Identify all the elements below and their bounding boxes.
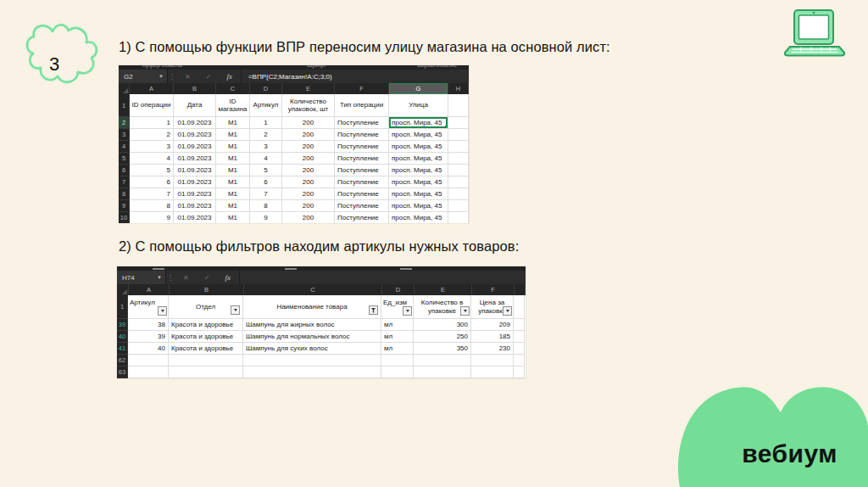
- cell[interactable]: 01.09.2023: [174, 117, 216, 129]
- cell[interactable]: Поступление: [335, 188, 389, 200]
- cell[interactable]: просп. Мира, 45: [389, 165, 448, 176]
- cell[interactable]: 200: [282, 129, 335, 141]
- cell[interactable]: [514, 319, 525, 331]
- cell[interactable]: [128, 355, 169, 367]
- cell[interactable]: [514, 343, 525, 355]
- cell[interactable]: 230: [471, 343, 514, 355]
- cell[interactable]: 200: [282, 188, 335, 200]
- cell[interactable]: мл: [381, 319, 414, 331]
- filter-active-button[interactable]: [369, 305, 378, 315]
- chevron-down-icon[interactable]: ▼: [157, 275, 162, 280]
- formula-input[interactable]: [240, 271, 526, 284]
- row-number[interactable]: 1: [119, 94, 130, 117]
- cell[interactable]: [448, 141, 469, 153]
- column-header[interactable]: B: [170, 284, 244, 295]
- cell[interactable]: [514, 367, 525, 378]
- row-number-filtered[interactable]: 39: [117, 319, 128, 331]
- cell[interactable]: 01.09.2023: [174, 200, 216, 212]
- header-cell[interactable]: Цена за упаковку: [471, 295, 514, 319]
- cell[interactable]: Шампунь для жирных волос: [243, 319, 381, 331]
- row-number-filtered[interactable]: 41: [117, 343, 128, 355]
- row-number-filtered[interactable]: 40: [117, 331, 128, 343]
- header-cell[interactable]: Количество в упаковке: [414, 295, 471, 319]
- cell[interactable]: 4: [250, 153, 282, 165]
- cell[interactable]: 8: [250, 200, 282, 212]
- cell[interactable]: М1: [216, 188, 250, 200]
- cell[interactable]: просп. Мира, 45: [389, 176, 448, 188]
- cell[interactable]: [381, 367, 414, 378]
- cell[interactable]: Поступление: [335, 129, 389, 141]
- cell[interactable]: 38: [128, 319, 169, 331]
- cell[interactable]: просп. Мира, 45: [389, 153, 448, 165]
- header-cell[interactable]: Артикул: [250, 94, 282, 117]
- row-number[interactable]: 63: [117, 367, 128, 378]
- cell[interactable]: Поступление: [335, 117, 389, 129]
- cell[interactable]: 3: [250, 141, 282, 153]
- filter-dropdown-button[interactable]: [403, 306, 412, 316]
- cell[interactable]: [448, 117, 469, 129]
- row-number[interactable]: 2: [119, 117, 130, 129]
- cell[interactable]: Красота и здоровье: [169, 331, 243, 343]
- header-cell[interactable]: [448, 94, 469, 117]
- cell[interactable]: М1: [216, 141, 250, 153]
- cell[interactable]: [448, 129, 469, 141]
- cell[interactable]: 200: [282, 165, 335, 176]
- cell[interactable]: Поступление: [335, 153, 389, 165]
- cell[interactable]: М1: [216, 165, 250, 176]
- cell[interactable]: [381, 355, 414, 367]
- cell[interactable]: 01.09.2023: [174, 129, 216, 141]
- name-box[interactable]: G2 ▼: [119, 70, 168, 83]
- cell[interactable]: [448, 165, 469, 176]
- column-header-selected[interactable]: G: [389, 83, 448, 94]
- cell[interactable]: 01.09.2023: [174, 176, 216, 188]
- cell[interactable]: 6: [250, 176, 282, 188]
- cell[interactable]: М1: [216, 153, 250, 165]
- cell[interactable]: М1: [216, 117, 250, 129]
- cell[interactable]: 350: [414, 343, 471, 355]
- cell[interactable]: 40: [128, 343, 169, 355]
- row-number[interactable]: 1: [117, 295, 128, 319]
- cell[interactable]: 01.09.2023: [174, 188, 216, 200]
- cell[interactable]: М1: [216, 200, 250, 212]
- cell[interactable]: [128, 367, 169, 378]
- cancel-icon[interactable]: ✕: [183, 274, 189, 282]
- cell[interactable]: 5: [130, 165, 174, 176]
- cell[interactable]: [243, 367, 381, 378]
- header-cell[interactable]: Отдел: [169, 295, 243, 319]
- cell[interactable]: мл: [381, 331, 414, 343]
- insert-function-icon[interactable]: fx: [226, 72, 232, 81]
- cell[interactable]: М1: [216, 176, 250, 188]
- chevron-down-icon[interactable]: ▼: [159, 74, 164, 79]
- filter-dropdown-button[interactable]: [460, 306, 470, 316]
- column-header[interactable]: F: [472, 284, 515, 295]
- selected-cell[interactable]: просп. Мира, 45: [389, 117, 448, 129]
- row-number[interactable]: 62: [117, 355, 128, 367]
- cell[interactable]: Красота и здоровье: [169, 343, 243, 355]
- cell[interactable]: 250: [414, 331, 471, 343]
- cell[interactable]: Шампунь для нормальных волос: [243, 331, 381, 343]
- cell[interactable]: 01.09.2023: [174, 212, 216, 223]
- cell[interactable]: 5: [250, 165, 282, 176]
- header-cell[interactable]: Ед_изм: [381, 295, 414, 319]
- header-cell[interactable]: ID операции: [130, 94, 174, 117]
- row-number[interactable]: 7: [119, 176, 130, 188]
- cell[interactable]: 01.09.2023: [174, 165, 216, 176]
- column-header[interactable]: A: [130, 83, 174, 94]
- cell[interactable]: 9: [130, 212, 174, 223]
- header-cell[interactable]: [514, 295, 525, 319]
- row-number[interactable]: 9: [119, 200, 130, 212]
- cell[interactable]: Поступление: [335, 176, 389, 188]
- cell[interactable]: 209: [471, 319, 514, 331]
- column-header[interactable]: B: [174, 83, 216, 94]
- cell[interactable]: [448, 188, 469, 200]
- cell[interactable]: Поступление: [335, 200, 389, 212]
- row-number[interactable]: 4: [119, 141, 130, 153]
- column-header[interactable]: [515, 284, 526, 295]
- cell[interactable]: [514, 355, 525, 367]
- cell[interactable]: [471, 367, 514, 378]
- cell[interactable]: 200: [282, 200, 335, 212]
- cell[interactable]: 200: [282, 212, 335, 223]
- row-number[interactable]: 10: [119, 212, 130, 223]
- cell[interactable]: [471, 355, 514, 367]
- column-header[interactable]: E: [282, 83, 335, 94]
